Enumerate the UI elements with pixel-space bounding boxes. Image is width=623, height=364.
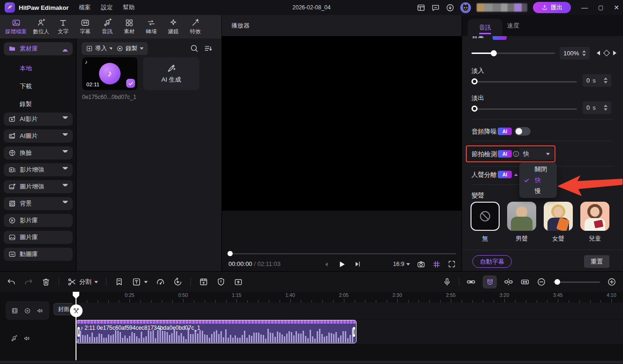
volume-stepper[interactable] bbox=[582, 50, 586, 56]
toolbar-item-subtitle[interactable]: 字幕 bbox=[74, 18, 96, 35]
keyframe-diamond-icon[interactable] bbox=[603, 50, 610, 56]
magnet-snap-button[interactable] bbox=[483, 275, 497, 288]
toolbar-item-transition[interactable]: 轉場 bbox=[140, 18, 162, 35]
playhead-split-button[interactable] bbox=[70, 304, 83, 317]
fit-timeline-icon[interactable] bbox=[520, 277, 530, 287]
toolbar-item-grid[interactable]: 素材 bbox=[118, 18, 140, 35]
text-tool-button[interactable] bbox=[132, 277, 148, 287]
trim-handle-left[interactable] bbox=[77, 327, 80, 337]
video-track[interactable] bbox=[75, 303, 623, 319]
audio-media-item[interactable]: ♪ ♪ 02:11 bbox=[82, 57, 137, 90]
timeline-scrollbar[interactable] bbox=[0, 361, 623, 364]
toolbar-item-wand[interactable]: 特效 bbox=[184, 18, 206, 35]
sidebar-subitem[interactable]: 錄製 bbox=[20, 99, 32, 110]
toolbar-item-media[interactable]: 媒體檔案 bbox=[2, 18, 30, 35]
toolbar-item-text[interactable]: 文字 bbox=[52, 18, 74, 35]
zoom-in-icon[interactable] bbox=[607, 277, 616, 287]
fade-in-stepper[interactable] bbox=[604, 77, 608, 83]
search-icon[interactable] bbox=[190, 44, 199, 53]
voice-female-card[interactable] bbox=[544, 202, 573, 231]
fullscreen-icon[interactable] bbox=[448, 260, 456, 268]
film-icon[interactable] bbox=[11, 307, 18, 314]
info-icon[interactable] bbox=[512, 150, 520, 158]
minimize-button[interactable]: — bbox=[581, 4, 588, 11]
mute-icon[interactable] bbox=[23, 335, 30, 342]
timeline-zoom-slider[interactable] bbox=[553, 281, 600, 283]
text-frame-icon[interactable] bbox=[199, 277, 208, 287]
visibility-icon[interactable] bbox=[24, 307, 31, 314]
keyframe-next-icon[interactable] bbox=[613, 51, 616, 55]
sidebar-item-background[interactable]: 背景 bbox=[4, 197, 73, 210]
menu-help[interactable]: 幫助 bbox=[123, 4, 135, 12]
maximize-button[interactable]: ▢ bbox=[598, 4, 603, 11]
fade-out-stepper[interactable] bbox=[604, 105, 608, 111]
previous-frame-button[interactable] bbox=[323, 261, 330, 268]
replay-icon[interactable] bbox=[173, 277, 182, 287]
tab-speed[interactable]: 速度 bbox=[507, 22, 519, 30]
fade-in-slider[interactable] bbox=[471, 81, 577, 83]
audio-clip[interactable]: ♪ 2:11 0e175c60af594cec81734bda0e0bd07c_… bbox=[76, 320, 357, 343]
download-icon[interactable] bbox=[446, 3, 455, 12]
toolbar-item-music-plus[interactable]: 音訊 bbox=[96, 18, 118, 35]
timeline-zoom-handle[interactable] bbox=[555, 279, 560, 285]
fade-in-handle[interactable] bbox=[471, 78, 478, 84]
redo-icon[interactable] bbox=[24, 277, 33, 287]
beat-menu-option[interactable]: 慢 bbox=[519, 186, 557, 196]
fade-out-handle[interactable] bbox=[471, 106, 478, 112]
beat-menu-option[interactable]: 快 bbox=[519, 175, 557, 185]
microphone-icon[interactable] bbox=[442, 277, 452, 287]
reset-button[interactable]: 重置 bbox=[584, 255, 609, 268]
zoom-out-icon[interactable] bbox=[537, 277, 546, 287]
volume-value[interactable]: 100% bbox=[560, 47, 590, 60]
grid-overlay-icon[interactable] bbox=[432, 260, 441, 269]
menu-file[interactable]: 檔案 bbox=[79, 4, 91, 12]
sort-icon[interactable] bbox=[204, 44, 213, 53]
volume-slider-handle[interactable] bbox=[491, 50, 497, 56]
player-progress-bar[interactable] bbox=[228, 253, 456, 254]
undo-icon[interactable] bbox=[7, 277, 16, 287]
sidebar-subitem[interactable]: 本地 bbox=[20, 63, 32, 74]
denoise-toggle[interactable] bbox=[515, 127, 531, 136]
sidebar-item-face[interactable]: 換臉 bbox=[4, 146, 73, 159]
marker-icon[interactable] bbox=[114, 277, 124, 287]
sidebar-item-image-enhance[interactable]: 圖片增強 bbox=[4, 180, 73, 193]
toolbar-item-sparkle[interactable]: 濾鏡 bbox=[162, 18, 184, 35]
record-button[interactable]: 錄製 bbox=[112, 42, 148, 55]
sidebar-item-play-circle[interactable]: 影片庫 bbox=[4, 214, 73, 227]
sidebar-item-library[interactable]: 素材庫 bbox=[4, 42, 73, 55]
avatar[interactable] bbox=[460, 2, 471, 13]
sidebar-item-image[interactable]: 圖片庫 bbox=[4, 231, 73, 244]
trim-handle-right[interactable] bbox=[353, 327, 355, 337]
selected-check-icon[interactable] bbox=[126, 79, 135, 88]
video-viewport[interactable] bbox=[222, 36, 462, 211]
sidebar-item-gif[interactable]: GIF動圖庫 bbox=[4, 248, 73, 261]
link-icon[interactable] bbox=[466, 277, 476, 287]
menu-settings[interactable]: 設定 bbox=[101, 4, 113, 12]
sidebar-item-ai-video[interactable]: AI影片 bbox=[4, 113, 73, 126]
voice-none-card[interactable] bbox=[471, 202, 500, 231]
ai-generate-button[interactable]: AI 生成 bbox=[143, 57, 199, 90]
snapshot-icon[interactable] bbox=[417, 260, 425, 269]
playhead[interactable] bbox=[76, 292, 76, 360]
auto-subtitle-button[interactable]: 自動字幕 bbox=[472, 255, 512, 268]
fade-out-value[interactable]: 0s bbox=[583, 101, 611, 114]
play-button[interactable] bbox=[337, 260, 346, 269]
fade-out-slider[interactable] bbox=[471, 108, 577, 110]
mute-icon[interactable] bbox=[37, 307, 44, 314]
next-frame-button[interactable] bbox=[354, 260, 361, 268]
fade-in-value[interactable]: 0s bbox=[583, 74, 611, 87]
feedback-icon[interactable] bbox=[431, 3, 440, 12]
unlink-icon[interactable] bbox=[504, 277, 513, 287]
sidebar-subitem[interactable]: 下載 bbox=[20, 81, 32, 92]
beat-menu-option[interactable]: 關閉 bbox=[519, 164, 557, 174]
badge-marker-icon[interactable] bbox=[216, 277, 226, 287]
split-button[interactable]: 分割 bbox=[67, 277, 98, 287]
export-frame-icon[interactable] bbox=[234, 277, 243, 287]
beat-detect-select[interactable]: 快 bbox=[519, 148, 554, 160]
sidebar-item-video-enhance[interactable]: 影片增強 bbox=[4, 163, 73, 176]
toolbar-item-person-plus[interactable]: 數位人 bbox=[30, 18, 52, 35]
layout-icon[interactable] bbox=[417, 3, 425, 12]
delete-icon[interactable] bbox=[41, 277, 51, 287]
close-button[interactable]: ✕ bbox=[614, 4, 619, 11]
speed-icon[interactable] bbox=[156, 277, 165, 287]
